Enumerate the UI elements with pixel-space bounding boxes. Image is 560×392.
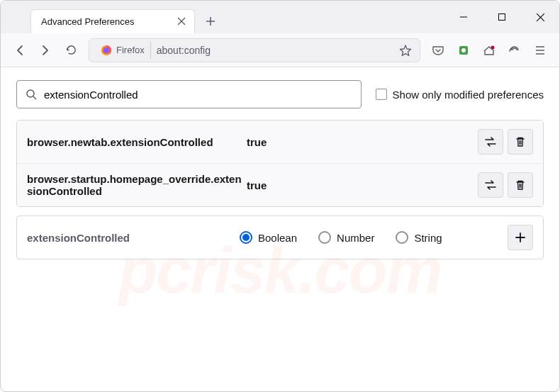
search-input[interactable] [44,89,352,101]
new-pref-row: extensionControlled Boolean Number Strin… [16,215,544,259]
pref-row[interactable]: browser.newtab.extensionControlled true [17,121,543,164]
close-tab-icon[interactable] [176,16,187,27]
pref-row[interactable]: browser.startup.homepage_override.extens… [17,164,543,206]
minimize-button[interactable] [447,1,480,33]
radio-label: Number [337,232,374,244]
svg-point-6 [27,90,34,97]
toggle-button[interactable] [478,172,503,198]
browser-toolbar: Firefox about:config [1,33,559,67]
pref-name: browser.startup.homepage_override.extens… [27,173,247,197]
browser-tab[interactable]: Advanced Preferences [30,9,195,33]
type-radio-group: Boolean Number String [240,231,493,244]
search-box[interactable] [16,80,362,108]
shield-icon[interactable] [503,38,527,62]
back-button[interactable] [8,38,32,62]
delete-button[interactable] [508,129,533,155]
close-window-button[interactable] [524,1,556,33]
radio-label: String [414,232,442,244]
show-modified-checkbox[interactable]: Show only modified preferences [376,89,544,101]
identity-box[interactable]: Firefox [95,42,151,59]
delete-button[interactable] [508,172,533,198]
pocket-icon[interactable] [426,38,450,62]
pref-actions [478,129,533,155]
forward-button[interactable] [33,38,57,62]
identity-label: Firefox [116,45,145,55]
reload-button[interactable] [59,38,83,62]
radio-number[interactable]: Number [318,231,374,244]
radio-dot [318,231,331,244]
pref-name: browser.newtab.extensionControlled [27,136,247,148]
toolbar-actions [426,38,552,62]
firefox-logo-icon [101,45,112,56]
pref-value: true [247,179,478,191]
search-icon [26,89,37,100]
menu-button[interactable] [528,38,552,62]
mail-icon[interactable] [477,38,501,62]
add-button[interactable] [508,225,533,250]
radio-label: Boolean [258,232,297,244]
about-config-content: Show only modified preferences browser.n… [1,67,559,272]
search-row: Show only modified preferences [16,80,544,108]
new-pref-name: extensionControlled [27,232,225,244]
bookmark-star-icon[interactable] [397,42,414,59]
pref-value: true [247,136,478,148]
checkbox-box [376,89,387,100]
svg-point-5 [491,45,495,49]
radio-dot [240,231,252,244]
checkbox-label-text: Show only modified preferences [393,89,544,101]
pref-actions [478,172,533,198]
svg-point-4 [461,48,466,52]
new-tab-button[interactable] [201,11,220,31]
pref-results: browser.newtab.extensionControlled true … [16,120,544,207]
radio-string[interactable]: String [396,231,442,244]
radio-dot [396,231,408,244]
radio-boolean[interactable]: Boolean [240,231,297,244]
address-bar[interactable]: Firefox about:config [89,38,420,62]
url-text: about:config [157,45,391,56]
window-controls [447,1,559,33]
tab-title: Advanced Preferences [41,16,170,27]
svg-rect-0 [499,14,505,21]
window-titlebar: Advanced Preferences [1,1,559,33]
extension-icon[interactable] [452,38,476,62]
toggle-button[interactable] [478,129,503,155]
maximize-button[interactable] [486,1,518,33]
